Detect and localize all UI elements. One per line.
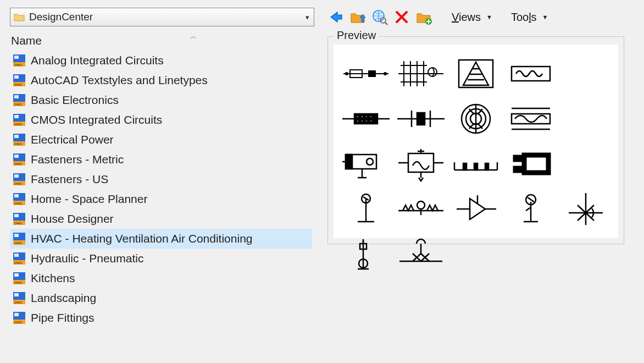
hvac-symbol[interactable] <box>395 233 447 276</box>
list-item[interactable]: DWGLandscaping <box>10 288 312 308</box>
globe-search-icon[interactable] <box>371 9 388 25</box>
hvac-symbol[interactable] <box>560 188 612 230</box>
dwg-file-icon: DWG <box>12 53 26 68</box>
list-item[interactable]: DWGHome - Space Planner <box>10 189 312 209</box>
list-item-label: House Designer <box>31 212 114 226</box>
svg-point-108 <box>367 158 373 165</box>
list-item-label: Fasteners - Metric <box>31 153 124 166</box>
svg-point-97 <box>421 123 423 124</box>
folder-icon <box>14 13 25 21</box>
svg-text:DWG: DWG <box>14 301 23 304</box>
svg-text:DWG: DWG <box>14 123 23 126</box>
svg-rect-14 <box>14 95 19 98</box>
svg-text:DWG: DWG <box>14 281 23 284</box>
svg-point-132 <box>417 201 425 209</box>
list-item[interactable]: DWGHouse Designer <box>10 209 312 229</box>
svg-text:DWG: DWG <box>14 202 23 205</box>
list-item[interactable]: DWGHVAC - Heating Ventilation Air Condit… <box>10 229 312 249</box>
list-item[interactable]: DWGCMOS Integrated Circuits <box>10 110 312 130</box>
hvac-symbol[interactable] <box>395 52 447 95</box>
svg-text:DWG: DWG <box>14 182 23 185</box>
hvac-symbol[interactable] <box>340 52 392 95</box>
dwg-file-icon: DWG <box>12 192 26 206</box>
views-menu[interactable]: Views <box>452 11 481 24</box>
svg-rect-125 <box>514 156 523 161</box>
svg-rect-30 <box>14 174 19 178</box>
list-item[interactable]: DWGElectrical Power <box>10 130 312 150</box>
hvac-symbol[interactable] <box>340 188 392 230</box>
list-item[interactable]: DWGAnalog Integrated Circuits <box>10 51 312 70</box>
list-item-label: Pipe Fittings <box>31 311 95 324</box>
hvac-symbol[interactable] <box>340 97 392 140</box>
hvac-symbol[interactable] <box>505 97 557 140</box>
list-item-label: Kitchens <box>31 272 75 285</box>
list-item[interactable]: DWGPipe Fittings <box>10 308 312 328</box>
sort-ascending-icon[interactable]: ︿ <box>190 32 312 41</box>
svg-rect-84 <box>357 120 359 122</box>
list-item[interactable]: DWGAutoCAD Textstyles and Linetypes <box>10 70 312 90</box>
tools-dropdown-icon[interactable]: ▼ <box>542 14 548 20</box>
dwg-file-icon: DWG <box>12 113 26 127</box>
svg-line-2 <box>385 23 387 25</box>
back-arrow-icon[interactable] <box>327 9 344 25</box>
hvac-symbol[interactable] <box>450 52 502 95</box>
list-item[interactable]: DWGFasteners - US <box>10 169 312 189</box>
svg-text:DWG: DWG <box>14 162 23 166</box>
svg-text:DWG: DWG <box>14 83 23 86</box>
list-item[interactable]: DWGFasteners - Metric <box>10 150 312 169</box>
svg-rect-122 <box>485 163 488 170</box>
list-item-label: HVAC - Heating Ventilation Air Condition… <box>31 232 253 245</box>
svg-text:DWG: DWG <box>14 142 23 146</box>
svg-rect-120 <box>463 163 467 170</box>
hvac-symbol-placeholder <box>560 142 612 185</box>
list-item-label: CMOS Integrated Circuits <box>31 113 162 127</box>
hvac-symbol[interactable] <box>395 142 447 185</box>
hvac-symbol[interactable] <box>450 142 502 185</box>
list-item-label: Basic Electronics <box>31 94 119 107</box>
delete-x-icon[interactable] <box>393 9 410 25</box>
svg-text:DWG: DWG <box>14 321 23 324</box>
list-item[interactable]: DWGKitchens <box>10 268 312 288</box>
svg-text:DWG: DWG <box>14 261 23 265</box>
svg-point-63 <box>346 73 348 75</box>
hvac-symbol[interactable] <box>340 233 392 276</box>
toolbar: DesignCenter ▾ <box>10 8 634 26</box>
svg-rect-42 <box>14 234 19 237</box>
hvac-symbol[interactable] <box>395 97 447 140</box>
svg-point-72 <box>428 68 437 76</box>
list-item-label: Home - Space Planner <box>31 193 147 206</box>
column-header-name[interactable]: Name <box>11 34 42 47</box>
svg-point-64 <box>384 73 386 75</box>
hvac-symbol[interactable] <box>395 188 447 230</box>
dwg-file-icon: DWG <box>12 291 26 305</box>
folder-up-icon[interactable] <box>349 9 366 25</box>
dwg-file-icon: DWG <box>12 73 26 87</box>
hvac-symbol[interactable] <box>450 97 502 140</box>
dwg-file-icon: DWG <box>12 152 26 167</box>
location-dropdown[interactable]: DesignCenter ▾ <box>10 8 314 26</box>
views-dropdown-icon[interactable]: ▼ <box>486 14 492 20</box>
list-item[interactable]: DWGBasic Electronics <box>10 90 312 110</box>
svg-rect-34 <box>14 194 19 197</box>
tools-menu[interactable]: Tools <box>511 11 537 24</box>
svg-rect-50 <box>14 273 19 277</box>
list-item[interactable]: DWGHydraulic - Pneumatic <box>10 249 312 268</box>
preview-canvas <box>334 45 618 238</box>
hvac-symbol[interactable] <box>340 142 392 185</box>
svg-point-93 <box>421 115 423 116</box>
list-item-label: Electrical Power <box>31 133 114 146</box>
list-item-label: Landscaping <box>31 292 96 305</box>
hvac-symbol[interactable] <box>450 188 502 230</box>
new-folder-icon[interactable] <box>415 9 432 25</box>
svg-rect-38 <box>14 214 19 217</box>
svg-line-140 <box>528 197 534 202</box>
chevron-down-icon: ▾ <box>306 13 309 21</box>
hvac-symbol[interactable] <box>505 188 557 230</box>
svg-line-141 <box>526 207 531 211</box>
dwg-file-icon: DWG <box>12 271 26 285</box>
hvac-symbol[interactable] <box>505 52 557 95</box>
hvac-symbol[interactable] <box>505 142 557 185</box>
hvac-symbol-placeholder <box>560 52 612 95</box>
svg-point-1 <box>380 18 386 23</box>
dwg-file-icon: DWG <box>12 133 26 147</box>
